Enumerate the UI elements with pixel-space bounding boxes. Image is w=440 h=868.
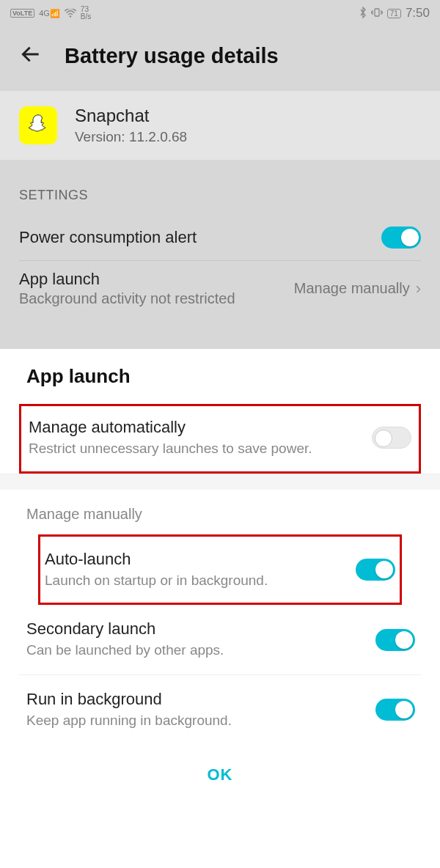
power-alert-label: Power consumption alert: [19, 228, 197, 247]
secondary-launch-title: Secondary launch: [26, 619, 364, 639]
signal-icon: 4G📶: [39, 9, 60, 18]
auto-launch-desc: Launch on startup or in background.: [45, 572, 344, 590]
highlight-auto-launch: Auto-launch Launch on startup or in back…: [38, 534, 402, 606]
secondary-launch-toggle[interactable]: [375, 629, 415, 651]
manage-auto-desc: Restrict unnecessary launches to save po…: [29, 440, 360, 458]
header: Battery usage details: [0, 26, 440, 91]
app-name: Snapchat: [75, 106, 187, 126]
battery-icon: 71: [387, 9, 401, 18]
app-launch-row[interactable]: App launch Background activity not restr…: [0, 261, 440, 307]
settings-section-label: SETTINGS: [0, 160, 440, 216]
status-bar: VoLTE 4G📶 73B/s 71 7:50: [0, 0, 440, 26]
app-info-row: Snapchat Version: 11.2.0.68: [0, 91, 440, 160]
run-bg-toggle[interactable]: [375, 699, 415, 721]
manage-auto-title: Manage automatically: [29, 418, 360, 437]
sheet-title: App launch: [0, 349, 440, 404]
app-launch-sheet: App launch Manage automatically Restrict…: [0, 349, 440, 868]
highlight-manage-automatically: Manage automatically Restrict unnecessar…: [19, 404, 421, 474]
power-consumption-alert-row[interactable]: Power consumption alert: [0, 216, 440, 260]
svg-rect-1: [375, 9, 379, 16]
manage-auto-toggle[interactable]: [372, 427, 411, 449]
app-launch-action: Manage manually: [294, 280, 410, 297]
volte-icon: VoLTE: [10, 9, 34, 18]
manage-automatically-row[interactable]: Manage automatically Restrict unnecessar…: [21, 406, 419, 471]
clock: 7:50: [406, 6, 430, 21]
secondary-launch-desc: Can be launched by other apps.: [26, 641, 364, 660]
svg-point-0: [70, 15, 71, 17]
run-in-background-row[interactable]: Run in background Keep app running in ba…: [19, 674, 421, 745]
app-launch-title: App launch: [19, 270, 235, 289]
power-alert-toggle[interactable]: [381, 227, 421, 249]
manage-manually-label: Manage manually: [0, 490, 440, 534]
wifi-icon: [65, 7, 76, 20]
vibrate-icon: [371, 7, 383, 20]
auto-launch-title: Auto-launch: [45, 550, 344, 569]
bluetooth-icon: [359, 7, 367, 21]
snapchat-icon: [19, 106, 57, 144]
back-icon[interactable]: [19, 43, 43, 69]
app-version: Version: 11.2.0.68: [75, 129, 187, 145]
data-rate: 73B/s: [81, 6, 91, 21]
secondary-launch-row[interactable]: Secondary launch Can be launched by othe…: [19, 605, 421, 674]
ok-button[interactable]: OK: [0, 745, 440, 799]
run-bg-title: Run in background: [26, 690, 364, 709]
divider: [0, 474, 440, 490]
chevron-right-icon: ›: [416, 279, 421, 298]
auto-launch-toggle[interactable]: [356, 559, 395, 581]
run-bg-desc: Keep app running in background.: [26, 712, 364, 730]
app-launch-sub: Background activity not restricted: [19, 290, 235, 307]
auto-launch-row[interactable]: Auto-launch Launch on startup or in back…: [40, 537, 400, 603]
page-title: Battery usage details: [65, 44, 279, 68]
